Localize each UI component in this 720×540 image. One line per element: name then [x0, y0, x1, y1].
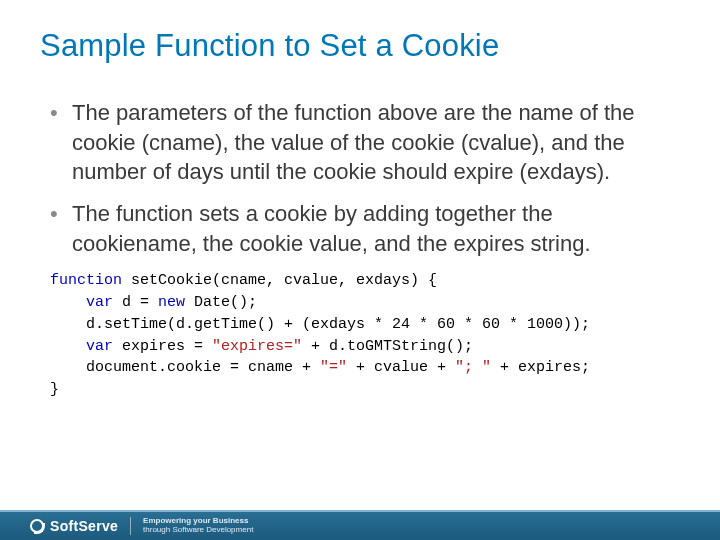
code-block: function setCookie(cname, cvalue, exdays…	[40, 270, 680, 401]
slide-title: Sample Function to Set a Cookie	[40, 28, 680, 64]
code-text: d =	[113, 294, 158, 311]
slide: Sample Function to Set a Cookie The para…	[0, 0, 720, 540]
code-string: "; "	[455, 359, 491, 376]
code-keyword: function	[50, 272, 122, 289]
footer-tagline: Empowering your Business through Softwar…	[143, 517, 253, 535]
code-text: + d.toGMTString();	[302, 338, 473, 355]
code-text: }	[50, 381, 59, 398]
code-keyword: var	[86, 338, 113, 355]
bullet-item: The parameters of the function above are…	[50, 98, 680, 187]
code-string: "expires="	[212, 338, 302, 355]
code-text: setCookie(cname, cvalue, exdays) {	[122, 272, 437, 289]
code-text	[50, 338, 86, 355]
code-keyword: var	[86, 294, 113, 311]
footer-bar: SoftServe Empowering your Business throu…	[0, 510, 720, 540]
logo-icon	[30, 519, 44, 533]
code-text: document.cookie = cname +	[50, 359, 320, 376]
code-text: expires =	[113, 338, 212, 355]
code-keyword: new	[158, 294, 185, 311]
brand-logo: SoftServe	[30, 518, 118, 534]
footer-divider	[130, 517, 131, 535]
tagline-line: through Software Development	[143, 526, 253, 535]
code-string: "="	[320, 359, 347, 376]
code-text	[50, 294, 86, 311]
code-text: + expires;	[491, 359, 590, 376]
brand-name: SoftServe	[50, 518, 118, 534]
code-text: Date();	[185, 294, 257, 311]
code-text: d.setTime(d.getTime() + (exdays * 24 * 6…	[50, 316, 590, 333]
bullet-list: The parameters of the function above are…	[40, 98, 680, 258]
bullet-item: The function sets a cookie by adding tog…	[50, 199, 680, 258]
code-text: + cvalue +	[347, 359, 455, 376]
